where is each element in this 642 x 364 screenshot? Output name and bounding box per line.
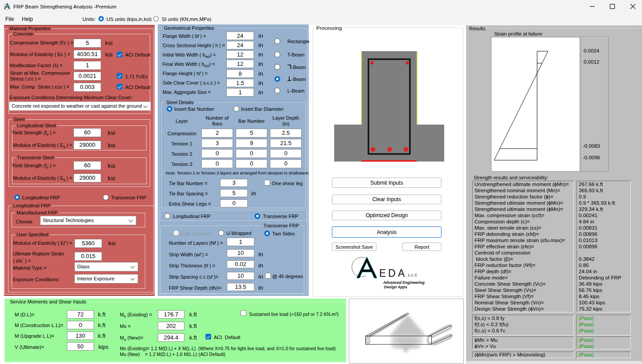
svg-text:LLC: LLC: [408, 273, 418, 277]
svg-text:Advanced Engineering: Advanced Engineering: [383, 280, 425, 285]
svg-text:EDA: EDA: [379, 267, 407, 279]
svg-text:Design Apps: Design Apps: [384, 285, 407, 289]
